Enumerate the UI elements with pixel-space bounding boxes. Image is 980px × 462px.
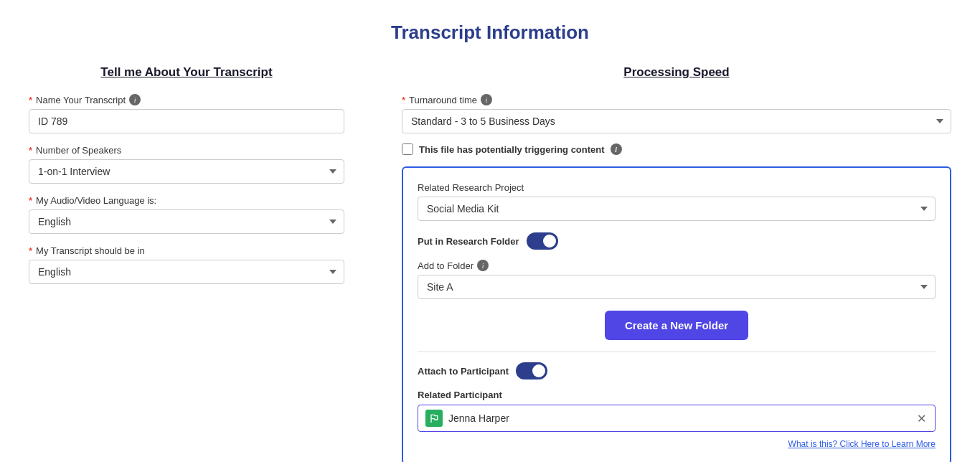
participant-avatar [425,410,443,427]
name-transcript-group: * Name Your Transcript i [29,94,344,133]
related-research-box: Related Research Project Social Media Ki… [402,166,951,462]
triggering-info-icon[interactable]: i [611,143,622,155]
name-transcript-label: * Name Your Transcript i [29,94,344,105]
audio-language-group: * My Audio/Video Language is: English Sp… [29,195,344,234]
speakers-select-wrapper: 1-on-1 Interview 2 Speakers 3 Speakers 4… [29,159,344,184]
participant-input-wrapper: Jenna Harper ✕ [418,405,936,432]
turnaround-select-wrapper: Standard - 3 to 5 Business Days Rush - 2… [402,109,951,133]
right-column: Processing Speed * Turnaround time i Sta… [402,65,951,462]
participant-avatar-icon [428,412,440,424]
related-project-select-wrapper: Social Media Kit Project Alpha Project B… [418,197,936,221]
left-section-title: Tell me About Your Transcript [29,65,344,80]
what-is-this-link[interactable]: What is this? Click Here to Learn More [788,439,936,449]
triggering-row: This file has potentially triggering con… [402,143,951,155]
required-star: * [29,95,32,105]
speakers-select[interactable]: 1-on-1 Interview 2 Speakers 3 Speakers 4… [29,159,344,184]
speakers-label: * Number of Speakers [29,145,344,156]
create-new-folder-button[interactable]: Create a New Folder [605,311,748,340]
turnaround-select[interactable]: Standard - 3 to 5 Business Days Rush - 2… [402,109,951,133]
attach-participant-toggle[interactable] [516,362,547,380]
name-info-icon[interactable]: i [129,94,141,105]
attach-to-participant-row: Attach to Participant [418,362,936,380]
triggering-checkbox[interactable] [402,143,413,155]
name-transcript-input[interactable] [29,109,344,133]
audio-language-select[interactable]: English Spanish French [29,209,344,234]
transcript-language-select-wrapper: English Spanish French [29,260,344,284]
put-in-folder-toggle[interactable] [527,232,558,250]
add-to-folder-group: Add to Folder i Site A Site B Site C [418,260,936,299]
page-title: Transcript Information [29,22,951,44]
audio-language-label: * My Audio/Video Language is: [29,195,344,206]
related-project-group: Related Research Project Social Media Ki… [418,182,936,221]
right-section-title: Processing Speed [402,65,951,80]
related-project-select[interactable]: Social Media Kit Project Alpha Project B… [418,197,936,221]
participant-name: Jenna Harper [448,412,915,424]
add-to-folder-info-icon[interactable]: i [477,260,489,271]
speakers-group: * Number of Speakers 1-on-1 Interview 2 … [29,145,344,184]
put-in-folder-row: Put in Research Folder [418,232,936,250]
transcript-language-group: * My Transcript should be in English Spa… [29,245,344,284]
left-column: Tell me About Your Transcript * Name You… [29,65,344,296]
what-is-this: What is this? Click Here to Learn More [418,439,936,449]
divider [418,352,936,352]
turnaround-group: * Turnaround time i Standard - 3 to 5 Bu… [402,94,951,133]
required-star: * [29,195,32,206]
attach-toggle-slider [516,362,547,380]
transcript-language-label: * My Transcript should be in [29,245,344,256]
required-star: * [29,145,32,156]
add-to-folder-select-wrapper: Site A Site B Site C [418,275,936,299]
related-participant-group: Related Participant Jenna Harper ✕ [418,390,936,432]
toggle-slider [527,232,558,250]
add-to-folder-label: Add to Folder i [418,260,936,271]
turnaround-info-icon[interactable]: i [481,94,492,105]
required-star: * [402,95,405,105]
transcript-language-select[interactable]: English Spanish French [29,260,344,284]
related-participant-label: Related Participant [418,390,936,400]
related-project-label: Related Research Project [418,182,936,193]
audio-language-select-wrapper: English Spanish French [29,209,344,234]
turnaround-label: * Turnaround time i [402,94,951,105]
add-to-folder-select[interactable]: Site A Site B Site C [418,275,936,299]
required-star: * [29,245,32,256]
participant-close-button[interactable]: ✕ [915,412,928,425]
